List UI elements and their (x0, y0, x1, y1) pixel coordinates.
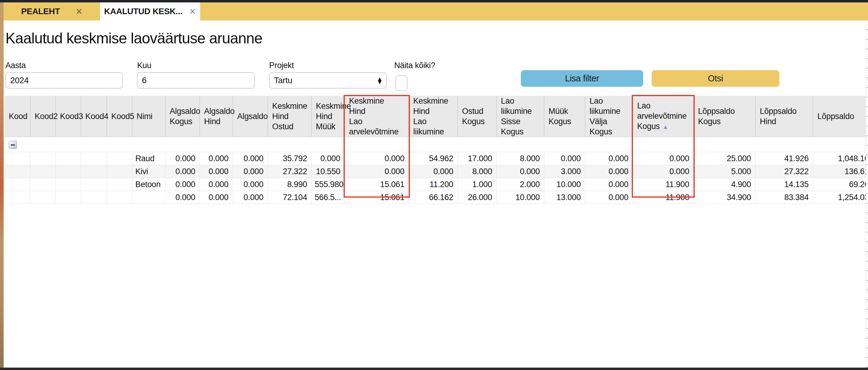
cell-algsaldo_hind: 0.000 (200, 165, 233, 178)
cell-loppsaldo: 136.61 (813, 165, 866, 178)
cell-loppsaldo_kogus: 4.900 (694, 178, 755, 191)
cell-keskmine_hind_muuk: 566.5... (312, 191, 345, 204)
cell-algsaldo_hind: 0.000 (200, 191, 233, 204)
tab-pealeht-close-icon[interactable]: ✕ (76, 7, 83, 17)
cell-kood2 (30, 165, 56, 178)
tab-pealeht[interactable]: PEALEHT ✕ (4, 2, 100, 21)
collapse-group-icon[interactable] (9, 141, 17, 149)
col-header-kood[interactable]: Kood (4, 96, 30, 137)
col-header-algsaldo_kogus[interactable]: AlgsaldoKogus (165, 96, 200, 137)
cell-algsaldo: 0.000 (233, 191, 268, 204)
col-header-keskmine_hind_lao_liikumine[interactable]: KeskmineHindLao liikumine (409, 96, 458, 137)
cell-lao_arvelevotmine_kogus: 0.000 (633, 152, 694, 165)
vertical-scrollbar-gutter[interactable] (866, 21, 868, 368)
cell-lao_liikumine_sisse_kogus: 10.000 (497, 191, 544, 204)
report-table-container: KoodKood2Kood3Kood4Kood5NimiAlgsaldoKogu… (4, 96, 866, 204)
cell-kood2 (30, 191, 56, 204)
col-header-loppsaldo_hind[interactable]: LõppsaldoHind (755, 96, 813, 137)
cell-keskmine_hind_lao_arvelevotmine: 0.000 (345, 165, 409, 178)
tab-bar: PEALEHT ✕ KAALUTUD KESK... ✕ (4, 2, 868, 21)
cell-keskmine_hind_lao_arvelevotmine: 15.061 (345, 178, 409, 191)
cell-ostud_kogus: 17.000 (458, 152, 497, 165)
col-header-lao_liikumine_sisse_kogus[interactable]: Lao liikumineSisseKogus (497, 96, 544, 137)
cell-algsaldo_kogus: 0.000 (165, 152, 200, 165)
cell-algsaldo_hind: 0.000 (200, 152, 233, 165)
cell-nimi (132, 191, 165, 204)
col-header-line: Lõppsaldo (760, 106, 810, 116)
cell-lao_liikumine_sisse_kogus: 0.000 (497, 165, 544, 178)
cell-nimi: Raud (132, 152, 165, 165)
cell-kood3 (56, 178, 81, 191)
cell-keskmine_hind_lao_liikumine: 66.162 (409, 191, 458, 204)
cell-loppsaldo: 1,048.16 (813, 152, 866, 165)
cell-lao_liikumine_valja_kogus: 0.000 (585, 178, 633, 191)
aasta-label: Aasta (5, 61, 26, 70)
col-header-algsaldo_hind[interactable]: AlgsaldoHind (200, 96, 233, 137)
cell-ostud_kogus: 26.000 (458, 191, 497, 204)
cell-lao_liikumine_sisse_kogus: 8.000 (497, 152, 544, 165)
cell-keskmine_hind_ostud: 72.104 (268, 191, 312, 204)
tab-kaalutud-keskmine[interactable]: KAALUTUD KESK... ✕ (100, 2, 200, 21)
kuu-input[interactable] (137, 72, 255, 89)
projekt-select[interactable]: Tartu ▲▼ (269, 72, 387, 89)
col-header-line: Kogus (590, 127, 630, 137)
cell-keskmine_hind_lao_liikumine: 54.962 (409, 152, 458, 165)
col-header-line: Ostud (462, 106, 494, 116)
col-header-kood3[interactable]: Kood3 (56, 96, 81, 137)
cell-kood (4, 178, 30, 191)
cell-keskmine_hind_muuk: 0.000 (312, 152, 345, 165)
col-header-line: Kood5 (111, 111, 130, 121)
cell-keskmine_hind_lao_arvelevotmine: 0.000 (345, 152, 409, 165)
col-header-kood2[interactable]: Kood2 (30, 96, 56, 137)
cell-muuk_kogus: 3.000 (544, 165, 585, 178)
cell-lao_liikumine_valja_kogus: 0.000 (585, 152, 633, 165)
cell-nimi: Kivi (132, 165, 165, 178)
app-window: PEALEHT ✕ KAALUTUD KESK... ✕ Kaalutud ke… (0, 0, 868, 370)
cell-kood5 (107, 178, 132, 191)
cell-loppsaldo: 1,254.03 (813, 191, 866, 204)
cell-muuk_kogus: 0.000 (544, 152, 585, 165)
cell-lao_arvelevotmine_kogus: 0.000 (633, 165, 694, 178)
col-header-kood5[interactable]: Kood5 (107, 96, 132, 137)
col-header-ostud_kogus[interactable]: OstudKogus (458, 96, 497, 137)
col-header-muuk_kogus[interactable]: MüükKogus (544, 96, 585, 137)
cell-loppsaldo_kogus: 25.000 (694, 152, 755, 165)
aasta-input[interactable] (5, 72, 123, 89)
col-header-line: Kood4 (85, 111, 104, 121)
cell-keskmine_hind_ostud: 8.990 (268, 178, 312, 191)
col-header-keskmine_hind_muuk[interactable]: KeskmineHindMüük (312, 96, 345, 137)
cell-loppsaldo: 69.26 (813, 178, 866, 191)
cell-keskmine_hind_lao_liikumine: 11.200 (409, 178, 458, 191)
tab-kaalutud-close-icon[interactable]: ✕ (189, 7, 196, 17)
col-header-nimi[interactable]: Nimi (132, 96, 165, 137)
cell-lao_arvelevotmine_kogus: 11.900 (633, 191, 694, 204)
window-top-edge (0, 0, 868, 2)
window-bottom-edge (0, 368, 868, 370)
table-row: Kivi0.0000.0000.00027.32210.5500.0000.00… (4, 165, 866, 178)
col-header-loppsaldo_kogus[interactable]: LõppsaldoKogus (694, 96, 755, 137)
col-header-kood4[interactable]: Kood4 (81, 96, 107, 137)
lisa-filter-button[interactable]: Lisa filter (521, 70, 643, 87)
col-header-line: Lao arvelevõtmine (349, 116, 406, 137)
col-header-algsaldo[interactable]: Algsaldo (233, 96, 268, 137)
col-header-line: Lao liikumine (590, 96, 630, 116)
cell-keskmine_hind_lao_liikumine: 0.000 (409, 165, 458, 178)
col-header-line: Hind (272, 111, 309, 121)
col-header-line: Algsaldo (237, 111, 265, 121)
cell-kood3 (56, 191, 81, 204)
col-header-line: Kogus (170, 116, 197, 127)
header-row: KoodKood2Kood3Kood4Kood5NimiAlgsaldoKogu… (4, 96, 866, 137)
projekt-label: Projekt (269, 61, 294, 70)
col-header-lao_arvelevotmine_kogus[interactable]: Lao arvelevõtmineKogus▲ (633, 96, 694, 137)
col-header-line: Hind (204, 116, 230, 127)
cell-kood5 (107, 191, 132, 204)
col-header-lao_liikumine_valja_kogus[interactable]: Lao liikumineVäljaKogus (585, 96, 633, 137)
col-header-keskmine_hind_ostud[interactable]: KeskmineHindOstud (268, 96, 312, 137)
col-header-keskmine_hind_lao_arvelevotmine[interactable]: KeskmineHindLao arvelevõtmine (345, 96, 409, 137)
cell-lao_arvelevotmine_kogus: 11.900 (633, 178, 694, 191)
col-header-line: Lao liikumine (501, 96, 541, 116)
otsi-button[interactable]: Otsi (652, 70, 779, 87)
group-row (4, 137, 866, 152)
col-header-loppsaldo[interactable]: Lõppsaldo (813, 96, 866, 137)
naita-koiki-checkbox[interactable] (396, 75, 407, 91)
